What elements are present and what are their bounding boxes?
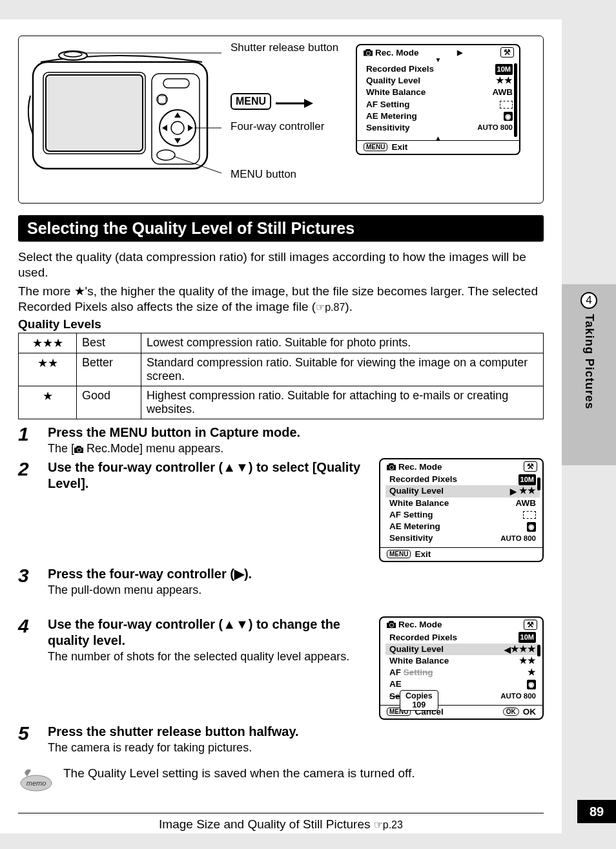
- tool-tab-icon: ⚒: [500, 47, 514, 58]
- chapter-title: Taking Pictures: [582, 314, 596, 410]
- step-title: Press the four-way controller (▶).: [48, 566, 351, 582]
- menu-small-badge: MENU: [364, 143, 387, 151]
- svg-point-16: [157, 150, 175, 160]
- lcd-row-ae: AE Metering: [389, 521, 440, 532]
- lcd-val-sens: AUTO 800: [477, 123, 513, 133]
- scrollbar-icon: [537, 477, 540, 490]
- camera-icon: [387, 463, 396, 470]
- step-number: 5: [18, 724, 36, 743]
- table-row: ★★★ Best Lowest compression ratio. Suita…: [19, 333, 544, 353]
- step-desc: The camera is ready for taking pictures.: [48, 741, 351, 755]
- lcd-footer-ok: OK: [523, 707, 536, 717]
- lcd-row-ae-short: AE: [389, 678, 402, 690]
- camera-illustration: [28, 44, 221, 193]
- table-row: ★★ Better Standard compression ratio. Su…: [19, 353, 544, 386]
- menu-badge-icon: MENU: [231, 93, 271, 110]
- lcd-row-af: AF Setting: [389, 509, 433, 521]
- lcd-val-quality: ★★★: [511, 644, 536, 654]
- lcd-row-wb: White Balance: [389, 498, 449, 509]
- chapter-number-badge: 4: [580, 292, 597, 309]
- lcd-row-quality-hl: Quality Level: [389, 485, 444, 497]
- scrollbar-icon: [514, 63, 517, 137]
- popup-value: 109: [406, 700, 433, 709]
- table-row: ★ Good Highest compression ratio. Suitab…: [19, 386, 544, 419]
- lcd-title: Rec. Mode: [398, 462, 442, 472]
- step-title: Press the shutter release button halfway…: [48, 724, 351, 740]
- pixels-badge: 10M: [495, 64, 513, 75]
- figure-camera-menu: Shutter release button MENU Four-way con…: [18, 36, 544, 204]
- memo-note: memo The Quality Level setting is saved …: [18, 766, 544, 795]
- steps-list: 1 Press the MENU button in Capture mode.…: [18, 424, 544, 755]
- svg-text:memo: memo: [26, 779, 46, 787]
- footer-cross-ref: Image Size and Quality of Still Pictures…: [18, 813, 544, 832]
- intro-p1: Select the quality (data compression rat…: [18, 249, 544, 281]
- svg-rect-7: [163, 79, 189, 88]
- lcd-row-ae: AE Metering: [366, 110, 417, 122]
- page-content: Shutter release button MENU Four-way con…: [0, 19, 562, 833]
- af-area-icon: [500, 101, 513, 109]
- callout-fourway: Four-way controller: [231, 120, 325, 133]
- camera-icon: [387, 621, 396, 628]
- scrollbar-icon: [537, 645, 540, 656]
- metering-icon: ◉: [527, 680, 536, 689]
- callout-shutter: Shutter release button: [231, 41, 338, 54]
- step-title: Press the MENU button in Capture mode.: [48, 424, 544, 441]
- lcd-row-pixels: Recorded Pixels: [389, 474, 457, 485]
- lcd-val-quality: ★★: [519, 486, 536, 496]
- metering-icon: ◉: [504, 112, 513, 121]
- tool-tab-icon: ⚒: [524, 461, 537, 472]
- lcd-val-wb: ★★: [519, 655, 536, 667]
- lcd-row-sens: Sensitivity: [389, 532, 433, 544]
- step-title: Use the four-way controller (▲▼) to sele…: [48, 459, 367, 492]
- af-area-icon: [523, 511, 536, 519]
- pixels-badge: 10M: [518, 632, 536, 643]
- lcd-title: Rec. Mode: [398, 620, 442, 629]
- lcd-rec-mode-screen-top: Rec. Mode ▶ ⚒ ▼ Recorded Pixels10M Quali…: [356, 44, 520, 155]
- lcd-val-sens: AUTO 800: [500, 534, 536, 544]
- chapter-side-tab: 4 Taking Pictures: [562, 284, 616, 465]
- svg-marker-21: [304, 99, 313, 108]
- lcd-row-quality: Quality Level: [366, 75, 420, 87]
- table-title: Quality Levels: [18, 317, 544, 331]
- lcd-row-wb: White Balance: [389, 655, 449, 667]
- memo-icon: memo: [18, 766, 54, 792]
- menu-small-badge: MENU: [387, 550, 411, 558]
- camera-icon: [364, 49, 373, 56]
- lcd-row-af: AF Setting: [366, 99, 410, 110]
- lcd-rec-mode-screen-step2: Rec. Mode ⚒ Recorded Pixels10M Quality L…: [379, 458, 544, 561]
- lcd-title: Rec. Mode: [375, 48, 419, 58]
- quality-levels-table: ★★★ Best Lowest compression ratio. Suita…: [18, 333, 544, 419]
- step-number: 1: [18, 424, 36, 444]
- metering-icon: ◉: [527, 522, 536, 532]
- lcd-row-wb: White Balance: [366, 87, 426, 98]
- ok-small-badge: OK: [503, 708, 519, 716]
- lcd-val-sens: AUTO 800: [500, 691, 536, 702]
- camera-icon: [74, 446, 83, 453]
- lcd-row-quality-hl: Quality Level: [389, 644, 444, 655]
- step-desc: The pull-down menu appears.: [48, 583, 351, 597]
- popup-label: Copies: [406, 691, 433, 700]
- lcd-rec-mode-screen-step4: Rec. Mode ⚒ Recorded Pixels10M Quality L…: [379, 616, 544, 720]
- callout-menu-button: MENU button: [231, 168, 296, 181]
- svg-rect-4: [46, 75, 143, 151]
- lcd-row-pixels: Recorded Pixels: [389, 632, 457, 644]
- step-number: 4: [18, 616, 36, 636]
- step-desc: The number of shots for the selected qua…: [48, 650, 367, 664]
- step-desc: The [ Rec.Mode] menu appears.: [48, 442, 544, 456]
- tool-tab-icon: ⚒: [524, 620, 537, 630]
- lcd-val-af-star: ★: [528, 667, 536, 678]
- svg-point-11: [171, 121, 184, 134]
- step-title: Use the four-way controller (▲▼) to chan…: [48, 616, 367, 649]
- lcd-footer-exit: Exit: [391, 142, 407, 152]
- pixels-badge: 10M: [518, 474, 536, 485]
- lcd-row-sens: Sensitivity: [366, 122, 410, 134]
- svg-point-3: [64, 52, 82, 57]
- intro-p2: The more ★'s, the higher the quality of …: [18, 284, 544, 315]
- copies-popup: Copies 109: [400, 690, 438, 711]
- memo-text: The Quality Level setting is saved when …: [63, 766, 415, 781]
- lcd-footer-exit: Exit: [415, 549, 431, 559]
- step-number: 2: [18, 459, 36, 479]
- lcd-val-wb: AWB: [516, 498, 537, 509]
- page-number: 89: [577, 800, 616, 823]
- step-number: 3: [18, 566, 36, 585]
